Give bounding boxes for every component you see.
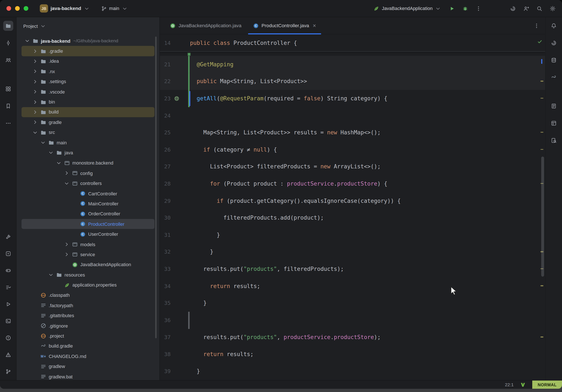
tree-row-gradlew-bat[interactable]: gradlew.bat bbox=[22, 372, 154, 380]
tree-row-monostore-backend[interactable]: monostore.backend bbox=[22, 158, 154, 168]
dependencies-icon[interactable] bbox=[549, 118, 559, 128]
chevron-right-icon[interactable] bbox=[32, 109, 38, 115]
tab-productcontroller-java[interactable]: CProductController.java× bbox=[247, 17, 322, 34]
project-widget[interactable]: JB java-backend bbox=[37, 2, 93, 14]
caret-position[interactable]: 22:1 bbox=[505, 382, 514, 387]
line-number[interactable]: 28 bbox=[160, 180, 171, 187]
code-line-38[interactable]: 38return results; bbox=[160, 346, 545, 363]
code-line-28[interactable]: 28for (Product product : productService.… bbox=[160, 175, 545, 192]
tree-row-main[interactable]: main bbox=[22, 138, 154, 148]
tab-javabackendapplication-java[interactable]: JavaBackendApplication.java bbox=[164, 17, 247, 34]
tree-row-changelog-md[interactable]: MCHANGELOG.md bbox=[22, 351, 154, 361]
tree-row--vscode[interactable]: .vscode bbox=[22, 87, 154, 97]
globe-icon[interactable] bbox=[173, 96, 180, 101]
terminal-icon[interactable] bbox=[3, 316, 13, 326]
services-icon[interactable] bbox=[3, 249, 13, 259]
warnings-icon[interactable] bbox=[3, 350, 13, 360]
build-icon[interactable] bbox=[3, 232, 13, 242]
inspection-mark[interactable] bbox=[540, 285, 543, 286]
chevron-right-icon[interactable] bbox=[32, 59, 38, 64]
tree-row--classpath[interactable]: .classpath bbox=[22, 290, 154, 300]
chevron-down-icon[interactable] bbox=[48, 150, 54, 156]
zoom-window-button[interactable] bbox=[23, 6, 28, 11]
pull-requests-icon[interactable] bbox=[3, 55, 13, 65]
line-number[interactable]: 32 bbox=[160, 249, 171, 255]
chevron-right-icon[interactable] bbox=[64, 241, 70, 247]
gradle-icon[interactable] bbox=[549, 72, 559, 82]
tree-row-bin[interactable]: bin bbox=[22, 97, 154, 107]
close-tab-icon[interactable]: × bbox=[313, 23, 316, 28]
code-line-35[interactable]: 35} bbox=[160, 295, 545, 312]
code-line-31[interactable]: 31} bbox=[160, 226, 545, 243]
code-line-33[interactable]: 33results.put("products", filteredProduc… bbox=[160, 261, 545, 278]
line-number[interactable]: 36 bbox=[160, 317, 171, 323]
tree-row-maincontroller[interactable]: CMainController bbox=[22, 199, 154, 209]
line-number[interactable]: 25 bbox=[160, 130, 171, 136]
line-number[interactable]: 33 bbox=[160, 266, 171, 272]
code-line-30[interactable]: 30filteredProducts.add(product); bbox=[160, 209, 545, 226]
run-configuration-widget[interactable]: JavaBackendApplication bbox=[371, 4, 444, 13]
inspection-mark[interactable] bbox=[540, 149, 543, 150]
run-button[interactable] bbox=[447, 3, 457, 13]
tree-row-usercontroller[interactable]: CUserController bbox=[22, 229, 154, 239]
chevron-down-icon[interactable] bbox=[56, 160, 62, 166]
chevron-down-icon[interactable] bbox=[64, 180, 70, 186]
debug-button[interactable] bbox=[460, 3, 470, 13]
line-number[interactable]: 26 bbox=[160, 146, 171, 153]
inspections-ok-icon[interactable] bbox=[537, 39, 543, 46]
editor-body[interactable]: 14public class ProductController { 21@Ge… bbox=[160, 35, 545, 380]
settings-icon[interactable] bbox=[548, 3, 558, 13]
tree-row-models[interactable]: models bbox=[22, 239, 154, 249]
tree-row--gitignore[interactable]: .gitignore bbox=[22, 321, 154, 331]
more-icon[interactable] bbox=[3, 118, 13, 128]
project-tree-scrollbar[interactable] bbox=[155, 36, 157, 338]
tree-row-config[interactable]: config bbox=[22, 168, 154, 178]
tree-row-src[interactable]: src bbox=[22, 127, 154, 138]
line-number[interactable]: 21 bbox=[160, 61, 171, 68]
tree-row-java-backend[interactable]: java-backend~/Github/java-backend bbox=[22, 36, 154, 46]
line-number[interactable]: 35 bbox=[160, 300, 171, 306]
project-icon[interactable] bbox=[3, 21, 13, 31]
chevron-right-icon[interactable] bbox=[32, 119, 38, 125]
line-number[interactable]: 29 bbox=[160, 198, 171, 204]
code-with-me-icon[interactable] bbox=[521, 3, 531, 13]
line-number[interactable]: 22 bbox=[160, 78, 171, 85]
code-line-37[interactable]: 37results.put("products", productService… bbox=[160, 329, 545, 346]
notifications-icon[interactable] bbox=[549, 21, 559, 31]
tree-row-gradlew[interactable]: gradlew bbox=[22, 361, 154, 372]
line-number[interactable]: 14 bbox=[160, 39, 171, 46]
chevron-down-icon[interactable] bbox=[48, 272, 54, 278]
inspection-mark[interactable] bbox=[540, 132, 543, 133]
run-icon[interactable] bbox=[3, 299, 13, 309]
chevron-right-icon[interactable] bbox=[32, 69, 38, 74]
line-number[interactable]: 27 bbox=[160, 164, 171, 170]
code-line-23[interactable]: 23getAll(@RequestParam(required = false)… bbox=[160, 90, 545, 107]
code-line-29[interactable]: 29if (product.getCategory().equalsIgnore… bbox=[160, 192, 545, 209]
line-number[interactable]: 30 bbox=[160, 215, 171, 221]
line-number[interactable]: 34 bbox=[160, 283, 171, 289]
code-line-39[interactable]: 39} bbox=[160, 363, 545, 380]
ideavim-icon[interactable] bbox=[520, 382, 526, 388]
code-line-26[interactable]: 26if (category ≠ null) { bbox=[160, 141, 545, 158]
project-panel-header[interactable]: Project bbox=[17, 17, 160, 35]
code-line-24[interactable]: 24 bbox=[160, 107, 545, 124]
code-line-32[interactable]: 32} bbox=[160, 243, 545, 261]
tree-row-gradle[interactable]: gradle bbox=[22, 117, 154, 127]
editor-scrollbar[interactable] bbox=[541, 157, 544, 277]
tree-row--project[interactable]: .project bbox=[22, 331, 154, 341]
inspection-mark[interactable] bbox=[540, 98, 543, 99]
inspection-mark[interactable] bbox=[540, 336, 543, 337]
tree-row-java[interactable]: java bbox=[22, 148, 154, 158]
tree-row-javabackendapplication[interactable]: JavaBackendApplication bbox=[22, 260, 154, 270]
tree-row-productcontroller[interactable]: CProductController bbox=[22, 219, 154, 229]
tree-row-controllers[interactable]: controllers bbox=[22, 178, 154, 189]
line-number[interactable]: 31 bbox=[160, 232, 171, 238]
structure-icon[interactable] bbox=[3, 84, 13, 94]
code-line-36[interactable]: 36 bbox=[160, 312, 545, 329]
chevron-right-icon[interactable] bbox=[32, 99, 38, 105]
line-number[interactable]: 23 bbox=[160, 95, 171, 102]
tree-row--factorypath[interactable]: .factorypath bbox=[22, 300, 154, 310]
tree-row--nx[interactable]: .nx bbox=[22, 66, 154, 77]
tree-row--settings[interactable]: .settings bbox=[22, 77, 154, 87]
todo-icon[interactable] bbox=[3, 282, 13, 292]
